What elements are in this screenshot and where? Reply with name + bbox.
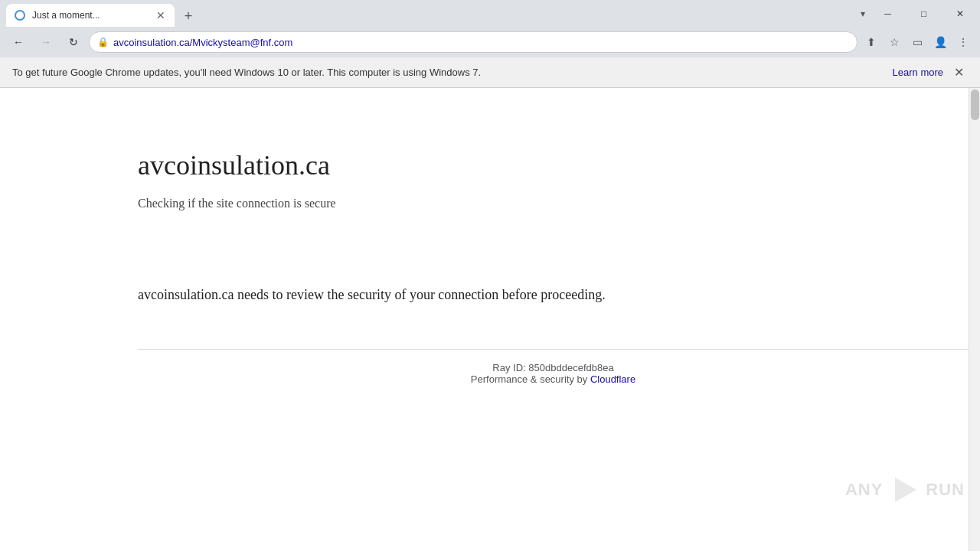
minimize-button[interactable]: ─ [871,0,905,27]
window-controls: ─ □ ✕ [871,0,980,27]
url-bar[interactable]: 🔒 avcoinsulation.ca/Mvickysteam@fnf.com [89,31,858,53]
bookmark-icon[interactable]: ☆ [884,31,905,53]
close-button[interactable]: ✕ [942,0,977,27]
share-icon[interactable]: ⬆ [861,31,882,53]
tab-strip: Just a moment... ✕ + [0,0,855,27]
profile-icon[interactable]: 👤 [929,31,951,53]
new-tab-button[interactable]: + [178,5,199,27]
back-button[interactable]: ← [6,30,31,54]
sidebar-icon[interactable]: ▭ [906,31,928,53]
footer-text: Performance & security by [471,373,590,385]
lock-icon: 🔒 [97,37,109,47]
page-footer: Ray ID: 850dbddecefdb8ea Performance & s… [138,349,969,397]
forward-button[interactable]: → [34,30,58,54]
tab-scroll[interactable]: ▾ [855,0,871,27]
url-text: avcoinsulation.ca/Mvickysteam@fnf.com [113,37,849,48]
info-banner: To get future Google Chrome updates, you… [0,57,980,88]
cloudflare-link[interactable]: Cloudflare [590,373,635,385]
refresh-button[interactable]: ↻ [61,30,86,54]
banner-message: To get future Google Chrome updates, you… [12,67,893,78]
title-bar: Just a moment... ✕ + ▾ ─ □ ✕ [0,0,980,27]
vertical-scrollbar[interactable] [969,88,980,551]
scrollbar-thumb[interactable] [971,90,979,120]
anyrun-text: ANY [845,480,883,500]
active-tab[interactable]: Just a moment... ✕ [6,4,175,27]
page-content: avcoinsulation.ca Checking if the site c… [0,88,969,551]
ray-id: Ray ID: 850dbddecefdb8ea [138,362,969,373]
anyrun-watermark: ANY RUN [845,474,965,505]
banner-close-button[interactable]: ✕ [949,64,968,82]
cloudflare-content: avcoinsulation.ca Checking if the site c… [0,88,969,397]
domain-title: avcoinsulation.ca [138,149,969,181]
description-text: avcoinsulation.ca needs to review the se… [138,287,827,303]
anyrun-run-text: RUN [926,480,965,500]
learn-more-link[interactable]: Learn more [893,67,943,78]
browser-content: avcoinsulation.ca Checking if the site c… [0,88,980,551]
anyrun-logo-icon [889,474,920,505]
tab-title: Just a moment... [32,10,149,21]
ray-id-label: Ray ID: [492,362,525,373]
ray-id-value: 850dbddecefdb8ea [528,362,613,373]
loading-icon [15,10,25,21]
address-bar: ← → ↻ 🔒 avcoinsulation.ca/Mvickysteam@fn… [0,27,980,57]
checking-text: Checking if the site connection is secur… [138,197,969,210]
svg-marker-0 [895,478,916,502]
maximize-button[interactable]: □ [906,0,941,27]
tab-close-button[interactable]: ✕ [155,9,167,21]
menu-icon[interactable]: ⋮ [952,31,974,53]
security-credit: Performance & security by Cloudflare [138,373,969,385]
tab-favicon [14,9,26,21]
toolbar-icons: ⬆ ☆ ▭ 👤 ⋮ [861,31,974,53]
